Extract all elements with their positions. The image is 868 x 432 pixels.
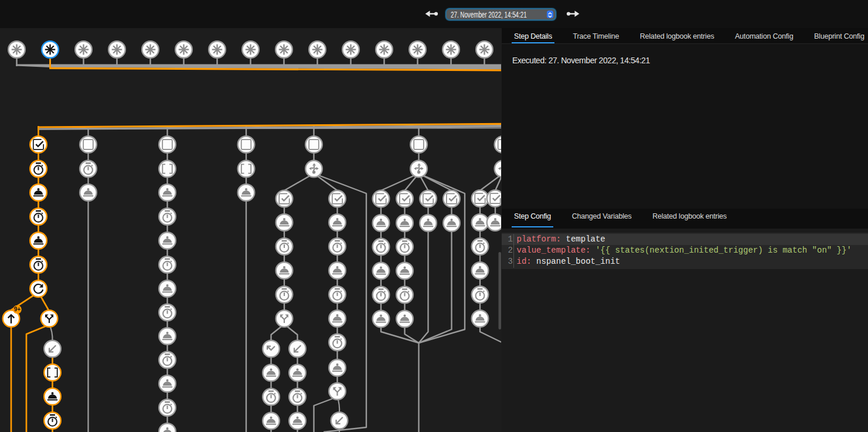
svg-text:9+: 9+ — [14, 306, 21, 312]
